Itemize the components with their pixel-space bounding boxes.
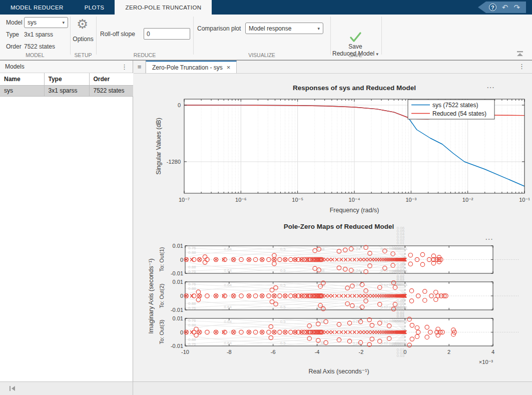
table-row-sys[interactable]: sys 3x1 sparss 7522 states (0, 85, 133, 96)
svg-text:0.01: 0.01 (173, 315, 183, 321)
chevron-down-icon: ▾ (62, 20, 65, 25)
svg-text:0.5: 0.5 (280, 283, 286, 287)
chart1-xlabel: Frequency (rad/s) (254, 207, 454, 214)
chart1-options-icon[interactable]: ⋯ (484, 85, 498, 91)
svg-text:0: 0 (178, 102, 181, 108)
column-name[interactable]: Name (0, 73, 44, 85)
svg-text:0.88: 0.88 (188, 323, 196, 327)
section-divider (193, 17, 194, 55)
svg-text:0.88: 0.88 (188, 337, 196, 342)
gear-icon[interactable]: ⚙ (77, 18, 88, 31)
svg-text:0.01: 0.01 (173, 243, 183, 249)
svg-text:10⁻⁵: 10⁻⁵ (292, 197, 303, 203)
svg-text:0.64: 0.64 (224, 268, 232, 273)
figure-canvas[interactable]: 10⁻⁷10⁻⁶10⁻⁵10⁻⁴10⁻³10⁻²10⁻¹0-1280sys (7… (134, 74, 532, 382)
svg-text:0: 0 (180, 257, 183, 263)
status-bar (0, 381, 532, 395)
svg-text:0.76: 0.76 (188, 246, 196, 250)
svg-text:0.12: 0.12 (380, 268, 388, 273)
comparison-plot-label: Comparison plot (197, 25, 241, 32)
svg-text:0.5: 0.5 (280, 247, 286, 251)
quick-access-toolbar: ? ↶ ↷ (478, 2, 526, 13)
save-button-line1: Save (331, 43, 379, 50)
svg-text:-10: -10 (181, 349, 189, 355)
column-order[interactable]: Order (89, 73, 133, 85)
roll-off-slope-label: Roll-off slope (100, 31, 135, 38)
kebab-menu-icon[interactable]: ⋮ (121, 63, 128, 71)
close-icon[interactable]: × (227, 64, 231, 71)
tab-plots[interactable]: PLOTS (74, 0, 115, 15)
svg-text:0.88: 0.88 (188, 286, 196, 291)
comparison-plot-value: Model response (249, 25, 291, 32)
model-dropdown[interactable]: sys ▾ (24, 17, 68, 28)
cell-name: sys (0, 85, 44, 96)
svg-text:0.64: 0.64 (224, 319, 232, 324)
chart2-options-icon[interactable]: ⋯ (482, 236, 496, 242)
svg-text:10⁻²: 10⁻² (462, 197, 473, 203)
order-label: Order (6, 43, 22, 50)
svg-text:0.38: 0.38 (317, 305, 325, 309)
model-label: Model (6, 19, 23, 26)
save-section-caption: SAVE (330, 52, 380, 58)
models-panel-title: Models (5, 63, 25, 70)
document-tab-bar: ≡ Zero-Pole Truncation - sys × ⋮ (134, 61, 532, 74)
redo-icon[interactable]: ↷ (513, 4, 520, 11)
type-label: Type (6, 31, 19, 38)
comparison-plot-dropdown[interactable]: Model response ▾ (245, 23, 323, 34)
svg-text:0.5: 0.5 (280, 319, 286, 324)
main-area: Models ⋮ Name Type Order sys 3x1 sparss … (0, 60, 532, 381)
svg-text:0.5: 0.5 (280, 268, 286, 273)
section-divider (330, 17, 331, 55)
svg-text:0.5: 0.5 (280, 305, 286, 309)
svg-text:-6: -6 (271, 349, 276, 355)
column-type[interactable]: Type (44, 73, 89, 85)
roll-off-slope-input[interactable] (144, 28, 190, 40)
collapse-ribbon-icon[interactable] (516, 51, 524, 57)
tab-zero-pole-truncation[interactable]: ZERO-POLE TRUNCATION (115, 0, 212, 15)
svg-text:2: 2 (447, 349, 450, 355)
document-tab-zero-pole-truncation[interactable]: Zero-Pole Truncation - sys × (146, 61, 237, 73)
model-reducer-window: MODEL REDUCER PLOTS ZERO-POLE TRUNCATION… (0, 0, 532, 395)
svg-text:10⁻⁶: 10⁻⁶ (235, 197, 247, 203)
kebab-menu-icon[interactable]: ⋮ (518, 63, 525, 70)
svg-text:10⁻¹: 10⁻¹ (519, 197, 530, 203)
help-icon[interactable]: ? (489, 4, 496, 11)
svg-text:0.64: 0.64 (224, 305, 232, 309)
tab-model-reducer[interactable]: MODEL REDUCER (0, 0, 74, 15)
svg-text:10⁻⁴: 10⁻⁴ (349, 197, 360, 203)
chart1-title: Responses of sys and Reduced Model (254, 84, 454, 92)
svg-text:-2: -2 (359, 349, 364, 355)
svg-text:-4: -4 (315, 349, 320, 355)
toolstrip-tab-bar: MODEL REDUCER PLOTS ZERO-POLE TRUNCATION… (0, 0, 532, 15)
svg-text:0.24: 0.24 (353, 247, 361, 251)
svg-text:0: 0 (403, 349, 406, 355)
svg-text:0.88: 0.88 (188, 265, 196, 269)
svg-text:0.64: 0.64 (224, 247, 232, 251)
svg-text:-0.01: -0.01 (171, 270, 183, 276)
collapse-panel-icon[interactable] (9, 385, 16, 392)
model-section-caption: MODEL (0, 52, 70, 58)
svg-text:0.06: 0.06 (397, 298, 405, 303)
svg-text:0.88: 0.88 (188, 250, 196, 255)
svg-text:sys (7522 states): sys (7522 states) (432, 102, 478, 109)
models-panel: Models ⋮ Name Type Order sys 3x1 sparss … (0, 61, 133, 381)
svg-text:0.76: 0.76 (188, 318, 196, 323)
cell-order: 7522 states (89, 85, 133, 96)
svg-text:0.64: 0.64 (224, 341, 232, 345)
chart2-xlabel: Real Axis (seconds⁻¹) (239, 367, 439, 375)
chart2-row-label-out2: To: Out(2) (159, 276, 165, 316)
chevron-down-icon: ▾ (317, 26, 320, 31)
undo-icon[interactable]: ↶ (502, 4, 508, 11)
svg-text:0.06: 0.06 (389, 319, 397, 323)
document-list-icon[interactable]: ≡ (134, 61, 146, 73)
svg-text:0.88: 0.88 (188, 301, 196, 306)
setup-section-caption: SETUP (70, 52, 96, 58)
visualize-section-caption: VISUALIZE (193, 52, 330, 58)
options-button[interactable]: Options (70, 36, 96, 43)
svg-text:-1280: -1280 (167, 159, 181, 165)
chart2-row-label-out3: To: Out(3) (159, 312, 165, 352)
svg-text:0.06: 0.06 (397, 262, 405, 266)
models-table: Name Type Order sys 3x1 sparss 7522 stat… (0, 73, 133, 97)
check-icon (348, 31, 362, 43)
svg-text:Reduced (54 states): Reduced (54 states) (432, 110, 486, 117)
